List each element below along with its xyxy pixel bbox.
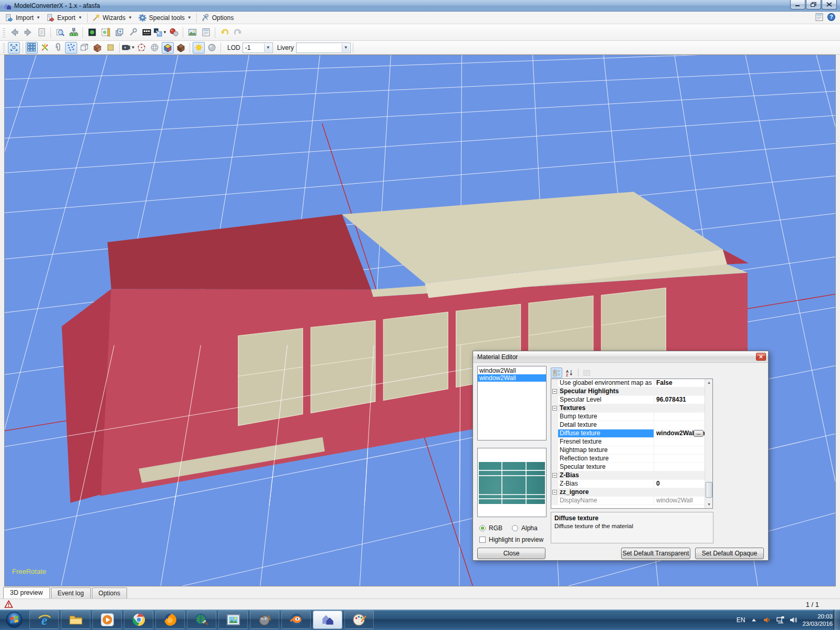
property-category-textures[interactable]: −Textures bbox=[551, 404, 705, 413]
show-desktop-button[interactable] bbox=[834, 610, 840, 630]
property-grid-scrollbar[interactable]: ▲ ▼ bbox=[705, 379, 712, 508]
tab-options[interactable]: Options bbox=[92, 587, 127, 598]
chevron-down-icon[interactable]: ▼ bbox=[264, 44, 272, 52]
scroll-down-icon[interactable]: ▼ bbox=[706, 501, 712, 508]
network-icon[interactable] bbox=[776, 616, 784, 624]
material-list-item[interactable]: window2Wall bbox=[478, 374, 546, 382]
property-row-detail-texture[interactable]: Detail texture bbox=[551, 421, 705, 429]
property-row-nightmap-texture[interactable]: Nightmap texture bbox=[551, 446, 705, 455]
texture-ruler-button[interactable] bbox=[99, 26, 112, 38]
taskbar-blender-icon[interactable] bbox=[281, 611, 311, 629]
form-button[interactable] bbox=[200, 26, 212, 38]
browncube-button[interactable] bbox=[175, 42, 187, 54]
grid-button[interactable] bbox=[26, 42, 38, 54]
scroll-thumb[interactable] bbox=[706, 482, 712, 498]
property-row-use-gloabel-environment-map-as-refle[interactable]: Use gloabel environment map as refleFals… bbox=[551, 379, 705, 387]
tab-event-log[interactable]: Event log bbox=[51, 587, 91, 598]
sun-button[interactable] bbox=[193, 42, 205, 54]
property-category-zz-ignore[interactable]: −zz_ignore bbox=[551, 488, 705, 497]
redo-button[interactable] bbox=[232, 26, 244, 38]
scroll-up-icon[interactable]: ▲ bbox=[706, 379, 712, 386]
help-icon[interactable]: ? bbox=[827, 13, 836, 22]
chevron-down-icon[interactable]: ▼ bbox=[36, 15, 40, 20]
chevron-down-icon[interactable]: ▼ bbox=[128, 15, 132, 20]
property-row-z-bias[interactable]: Z-Bias0 bbox=[551, 480, 705, 488]
zoom-fit-button[interactable] bbox=[8, 42, 20, 54]
taskbar-explorer-icon[interactable] bbox=[61, 611, 90, 629]
axes-button[interactable] bbox=[39, 42, 51, 54]
property-category-z-bias[interactable]: −Z-Bias bbox=[551, 471, 705, 480]
menu-item-import[interactable]: Import▼ bbox=[2, 12, 44, 24]
taskbar-sdk-tools-icon[interactable] bbox=[187, 611, 216, 629]
animation-button[interactable] bbox=[140, 26, 153, 38]
texbox-button[interactable] bbox=[91, 42, 103, 54]
taskbar-modelconverterx-icon[interactable] bbox=[313, 611, 342, 629]
tray-expand-icon[interactable] bbox=[750, 616, 758, 624]
lod-select[interactable]: -1▼ bbox=[243, 43, 273, 53]
minimize-button[interactable] bbox=[790, 0, 805, 9]
picture-button[interactable] bbox=[186, 26, 198, 38]
taskbar-chrome-icon[interactable] bbox=[124, 611, 153, 629]
report-icon[interactable] bbox=[815, 13, 824, 22]
taskbar-gimp-icon[interactable] bbox=[250, 611, 279, 629]
collapse-icon[interactable]: − bbox=[552, 490, 557, 495]
back-button[interactable] bbox=[8, 26, 20, 38]
chevron-down-icon[interactable]: ▼ bbox=[78, 15, 82, 20]
taskbar-paint-icon[interactable] bbox=[344, 611, 374, 629]
wrench-button[interactable] bbox=[127, 26, 139, 38]
warning-icon[interactable] bbox=[4, 600, 13, 608]
categorized-view-icon[interactable] bbox=[551, 368, 562, 378]
texture-green-button[interactable] bbox=[86, 26, 98, 38]
menu-item-export[interactable]: Export▼ bbox=[44, 12, 86, 24]
forward-button[interactable] bbox=[22, 26, 34, 38]
close-button[interactable] bbox=[822, 0, 837, 9]
scale-button[interactable]: ▼ bbox=[154, 26, 166, 38]
taskbar-image-viewer-icon[interactable] bbox=[218, 611, 248, 629]
camera-button[interactable]: ▼ bbox=[122, 42, 134, 54]
collapse-icon[interactable]: − bbox=[552, 406, 557, 411]
browse-ellipsis-button[interactable]: ... bbox=[694, 430, 704, 437]
set-default-opaque-button[interactable]: Set Default Opaque bbox=[695, 548, 764, 559]
tray-app-volume-icon[interactable] bbox=[763, 616, 771, 624]
close-button-dialog[interactable]: Close bbox=[477, 548, 545, 559]
material-list-item[interactable]: window2Wall bbox=[478, 367, 546, 374]
restore-button[interactable] bbox=[806, 0, 821, 9]
material-list[interactable]: window2Wallwindow2Wall bbox=[477, 366, 547, 440]
property-row-displayname[interactable]: DisplayNamewindow2Wall bbox=[551, 497, 705, 505]
colorcube-button[interactable] bbox=[162, 42, 174, 54]
undo-button[interactable] bbox=[218, 26, 230, 38]
collapse-icon[interactable]: − bbox=[552, 389, 557, 394]
chevron-down-icon[interactable]: ▼ bbox=[342, 44, 350, 52]
dialog-close-icon[interactable]: ✕ bbox=[756, 353, 766, 361]
tab-3d-preview[interactable]: 3D preview bbox=[3, 587, 50, 598]
wirebox-button[interactable] bbox=[78, 42, 90, 54]
sphere-points-button[interactable] bbox=[135, 42, 148, 54]
menu-item-special-tools[interactable]: Special tools▼ bbox=[135, 12, 195, 24]
hierarchy-button[interactable] bbox=[67, 26, 80, 38]
plainbox-button[interactable] bbox=[104, 42, 117, 54]
property-row-reflection-texture[interactable]: Reflection texture bbox=[551, 455, 705, 463]
merge-spheres-button[interactable] bbox=[167, 26, 180, 38]
layers-button[interactable] bbox=[113, 26, 125, 38]
property-row-fresnel-texture[interactable]: Fresnel texture bbox=[551, 438, 705, 446]
livery-select[interactable]: ▼ bbox=[296, 43, 351, 53]
dialog-title-bar[interactable]: Material Editor ✕ bbox=[473, 351, 768, 363]
start-button-icon[interactable] bbox=[4, 611, 24, 628]
rgb-radio[interactable] bbox=[479, 525, 486, 531]
search-preview-button[interactable] bbox=[54, 26, 66, 38]
taskbar-ie-icon[interactable]: e bbox=[29, 611, 59, 629]
event-log-button[interactable] bbox=[35, 26, 48, 38]
property-row-bump-texture[interactable]: Bump texture bbox=[551, 413, 705, 421]
taskbar-firefox-icon[interactable] bbox=[155, 611, 185, 629]
volume-icon[interactable] bbox=[789, 616, 797, 624]
property-row-specular-level[interactable]: Specular Level96.078431 bbox=[551, 396, 705, 404]
attach-button[interactable] bbox=[52, 42, 64, 54]
wiresphere-button[interactable] bbox=[149, 42, 161, 54]
menu-item-options[interactable]: Options bbox=[198, 12, 237, 24]
property-row-diffuse-texture[interactable]: Diffuse texturewindow2Wall.png... bbox=[551, 429, 705, 438]
highlight-checkbox[interactable] bbox=[479, 537, 486, 543]
taskbar-media-player-icon[interactable] bbox=[92, 611, 122, 629]
clock[interactable]: 20:03 23/03/2016 bbox=[802, 613, 833, 627]
menu-item-wizards[interactable]: Wizards▼ bbox=[89, 12, 135, 24]
chevron-down-icon[interactable]: ▼ bbox=[187, 15, 192, 20]
